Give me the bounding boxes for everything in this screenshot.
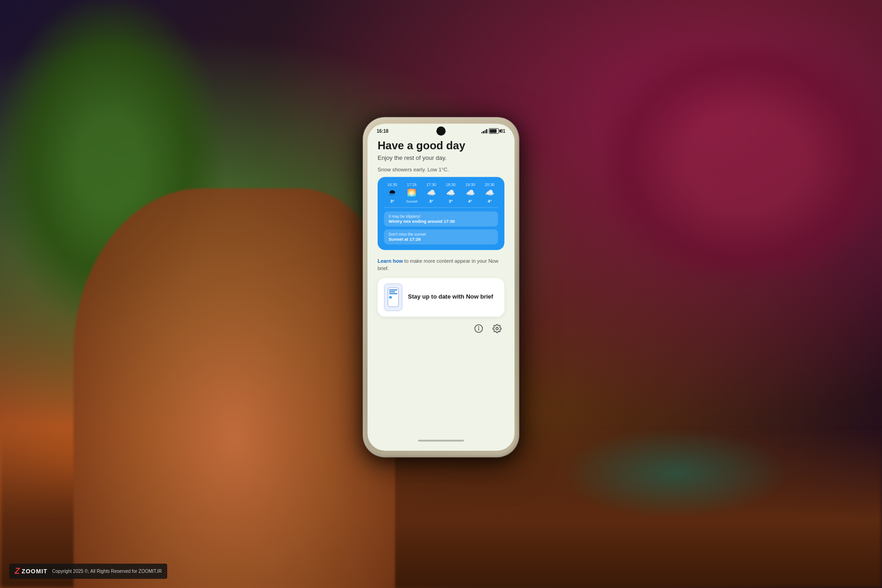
settings-button[interactable] [492, 323, 503, 334]
weather-icon-3: ☁️ [446, 189, 455, 197]
weather-col-0: 16:30 🌨 3° [384, 182, 401, 204]
svg-point-3 [496, 327, 498, 329]
time-label-1: 17:26 [407, 182, 417, 187]
sunset-label: Sunset [406, 199, 418, 204]
bg-teal [560, 427, 790, 519]
battery-level: 81 [500, 129, 505, 134]
weather-card: 16:30 🌨 3° 17:26 🌅 Sunset 17:30 ☁️ 3 [378, 177, 504, 250]
zoomit-z-icon: Z [15, 566, 20, 576]
weather-description: Snow showers early. Low 1°C. [378, 167, 504, 172]
screen-content: Have a good day Enjoy the rest of your d… [368, 136, 514, 446]
weather-alerts: It may be slippery! Wintry mix ending ar… [384, 207, 498, 244]
alert-sunset: Don't miss the sunset Sunset at 17:26 [384, 229, 498, 244]
alert-sunset-line1: Don't miss the sunset [389, 232, 493, 237]
weather-temp-5: 4° [487, 198, 492, 204]
weather-col-5: 20:30 ☁️ 4° [481, 182, 498, 204]
time-label-0: 16:30 [387, 182, 397, 187]
mini-line-3 [389, 293, 397, 294]
camera-notch [436, 126, 446, 136]
weather-temp-2: 3° [429, 198, 433, 204]
weather-col-2: 17:30 ☁️ 3° [423, 182, 440, 204]
weather-temp-4: 4° [468, 198, 472, 204]
status-bar: 16:18 81 [368, 124, 514, 136]
signal-icon [481, 129, 487, 133]
now-brief-card[interactable]: Stay up to date with Now brief [378, 278, 504, 317]
mini-line-1 [389, 289, 397, 290]
learn-how-text: Learn how to make more content appear in… [378, 257, 504, 272]
weather-col-1: 17:26 🌅 Sunset [403, 182, 420, 204]
mini-line-2 [389, 291, 395, 292]
alert-slippery-line1: It may be slippery! [389, 214, 493, 219]
info-button[interactable] [473, 323, 484, 334]
alert-sunset-line2: Sunset at 17:26 [389, 237, 493, 242]
alert-slippery: It may be slippery! Wintry mix ending ar… [384, 211, 498, 226]
time-label-4: 19:30 [465, 182, 475, 187]
weather-temp-3: 3° [449, 198, 453, 204]
alert-slippery-line2: Wintry mix ending around 17:30 [389, 219, 493, 224]
phone-mini-icon [388, 288, 399, 307]
status-right: 81 [481, 128, 505, 134]
now-brief-label: Stay up to date with Now brief [408, 294, 493, 301]
weather-icon-0: 🌨 [389, 189, 396, 197]
weather-icon-1: 🌅 [407, 189, 416, 197]
bottom-actions [378, 323, 504, 334]
weather-col-4: 19:30 ☁️ 4° [462, 182, 479, 204]
watermark: Z ZOOMIT Copyright 2025 ©, All Rights Re… [9, 564, 167, 579]
zoomit-logo: Z ZOOMIT [15, 566, 48, 576]
phone-screen: 16:18 81 Have a good day Enjoy the rest … [368, 124, 514, 451]
weather-col-3: 18:30 ☁️ 3° [442, 182, 459, 204]
hand [74, 188, 395, 588]
weather-icon-5: ☁️ [485, 189, 494, 197]
weather-temp-0: 3° [390, 198, 394, 204]
weather-icon-4: ☁️ [466, 189, 475, 197]
phone: 16:18 81 Have a good day Enjoy the rest … [363, 117, 519, 457]
weather-icon-2: ☁️ [427, 189, 436, 197]
mini-circle [389, 296, 392, 299]
watermark-copyright: Copyright 2025 ©, All Rights Reserved fo… [52, 569, 162, 574]
battery-icon [489, 128, 499, 134]
status-time: 16:18 [377, 129, 389, 134]
now-brief-image [384, 283, 402, 311]
greeting-title: Have a good day [378, 139, 504, 153]
learn-how-link[interactable]: Learn how [378, 258, 403, 264]
time-label-3: 18:30 [446, 182, 456, 187]
time-label-5: 20:30 [485, 182, 494, 187]
weather-times: 16:30 🌨 3° 17:26 🌅 Sunset 17:30 ☁️ 3 [384, 182, 498, 204]
zoomit-brand: ZOOMIT [22, 568, 48, 575]
greeting-subtitle: Enjoy the rest of your day. [378, 154, 504, 161]
home-bar [418, 440, 464, 441]
bg-desk [606, 46, 882, 276]
time-label-2: 17:30 [426, 182, 436, 187]
